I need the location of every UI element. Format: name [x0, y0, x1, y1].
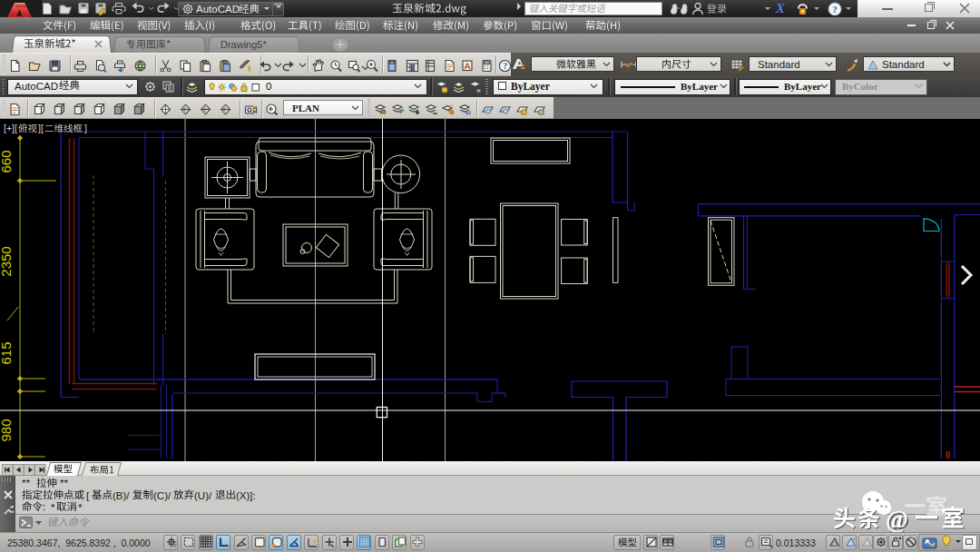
svg-text:980: 980: [0, 419, 14, 441]
svg-text:615: 615: [0, 341, 14, 364]
svg-text:?: ?: [832, 4, 838, 15]
svg-text:2350: 2350: [0, 246, 14, 276]
svg-text:?: ?: [503, 62, 507, 71]
svg-text:660: 660: [0, 150, 14, 172]
